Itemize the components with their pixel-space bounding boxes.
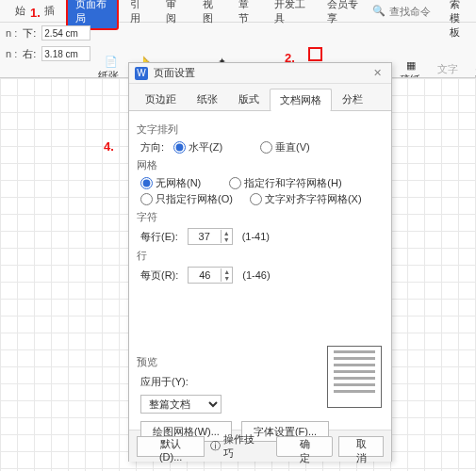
per-page-range: (1-46) [242,269,270,281]
section-char: 字符 [137,210,380,224]
ribbon-tab[interactable]: 引用 [123,0,155,28]
apply-label: 应用于(Y): [140,375,189,389]
per-page-input[interactable] [189,268,221,283]
search-icon: 🔍 [372,5,386,17]
ribbon-tabs: 始 插 页面布局 引用 审阅 视图 章节 开发工具 会员专享 🔍 搜索模板 [0,0,476,23]
ribbon-tab[interactable]: 章节 [231,0,263,28]
tab-doc-grid[interactable]: 文档网格 [270,89,332,111]
callout-4: 4. [104,139,114,154]
dialog-tabs: 页边距 纸张 版式 文档网格 分栏 [129,84,391,111]
ribbon-tab[interactable]: 插 [37,1,62,21]
page-preview [327,346,382,408]
ok-button[interactable]: 确定 [276,436,333,457]
section-line: 行 [137,249,380,263]
per-line-label: 每行(E): [140,230,178,244]
tab-columns[interactable]: 分栏 [332,88,373,110]
radio-no-grid[interactable]: 无网格(N) [140,176,201,190]
tab-layout[interactable]: 版式 [228,88,270,110]
page-setup-dialog: W 页面设置 ✕ 页边距 纸张 版式 文档网格 分栏 文字排列 方向: 水平(Z… [128,62,392,462]
search-input[interactable] [389,6,446,17]
radio-line-grid[interactable]: 只指定行网格(O) [140,192,233,206]
section-grid: 网格 [137,158,380,172]
radio-horizontal[interactable]: 水平(Z) [173,140,222,154]
command-search[interactable]: 🔍 搜索模板 [372,0,470,40]
spin-down-icon[interactable]: ▼ [222,236,232,243]
per-page-label: 每页(R): [140,268,178,283]
app-icon: W [135,67,148,80]
dialog-titlebar: W 页面设置 ✕ [129,63,391,84]
margin-right-input[interactable] [41,46,90,61]
info-icon: ⓘ [210,439,221,453]
margin-top-label: 下: [23,26,36,41]
per-line-range: (1-41) [242,231,270,242]
apply-select[interactable]: 整篇文档 [140,395,222,414]
ribbon-tab[interactable]: 审阅 [158,0,190,28]
search-templates[interactable]: 搜索模板 [450,0,470,40]
direction-label: 方向: [140,140,164,154]
callout-1: 1. [30,6,41,20]
radio-align-grid[interactable]: 文字对齐字符网格(X) [250,192,362,206]
ribbon-tab[interactable]: 会员专享 [320,0,369,28]
margin-top-input[interactable] [41,25,90,41]
spin-up-icon[interactable]: ▲ [222,268,232,275]
per-line-input[interactable] [189,229,221,244]
radio-vertical[interactable]: 垂直(V) [260,140,310,154]
tips-link[interactable]: ⓘ操作技巧 [210,432,265,461]
tab-paper[interactable]: 纸张 [187,88,228,110]
callout-2-box [308,47,322,61]
cancel-button[interactable]: 取消 [338,436,384,457]
per-line-spinner[interactable]: ▲▼ [188,228,233,245]
section-text-arrange: 文字排列 [137,122,380,137]
spin-up-icon[interactable]: ▲ [222,230,232,236]
default-button[interactable]: 默认(D)... [137,436,205,457]
spin-down-icon[interactable]: ▼ [222,275,232,282]
dialog-title: 页面设置 [154,66,195,80]
margin-right-label: 右: [23,47,36,61]
per-page-spinner[interactable]: ▲▼ [188,267,233,284]
close-icon[interactable]: ✕ [369,67,386,79]
ribbon-tab[interactable]: 视图 [195,0,227,28]
dialog-body: 文字排列 方向: 水平(Z) 垂直(V) 网格 无网格(N) 指定行和字符网格(… [129,111,391,430]
radio-line-char-grid[interactable]: 指定行和字符网格(H) [229,176,341,190]
ribbon-tab[interactable]: 开发工具 [267,0,316,28]
tab-margins[interactable]: 页边距 [135,88,187,110]
ribbon-tab[interactable]: 始 [8,1,33,21]
margin-row-right: n : 右: [0,43,476,64]
